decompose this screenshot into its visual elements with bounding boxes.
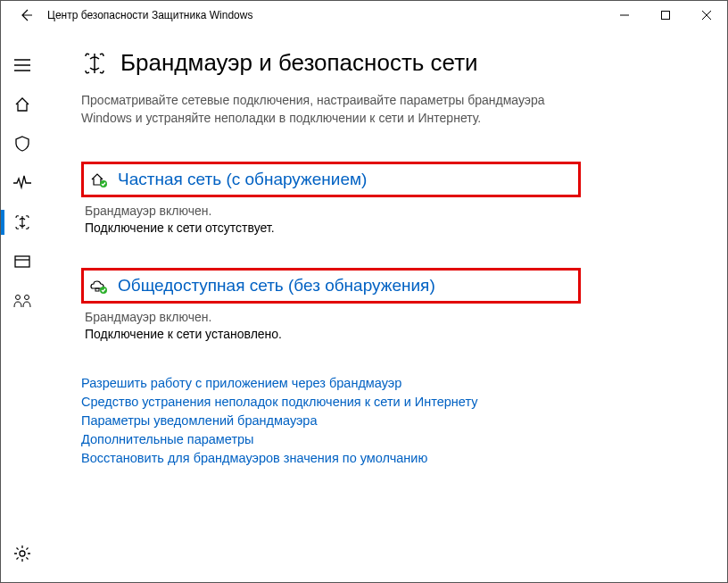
nav-home[interactable]: [1, 85, 44, 124]
private-network-section: Частная сеть (с обнаружением) Брандмауэр…: [81, 162, 581, 237]
menu-button[interactable]: [1, 46, 44, 85]
svg-rect-2: [15, 256, 29, 267]
firewall-icon: [81, 51, 108, 76]
link-advanced[interactable]: Дополнительные параметры: [81, 430, 545, 449]
svg-rect-8: [95, 288, 99, 291]
public-network-link[interactable]: Общедоступная сеть (без обнаружения): [81, 268, 581, 304]
page-title: Брандмауэр и безопасность сети: [120, 49, 478, 77]
public-network-section: Общедоступная сеть (без обнаружения) Бра…: [81, 268, 581, 344]
nav-app-control[interactable]: [1, 242, 44, 281]
back-button[interactable]: [8, 1, 44, 29]
public-network-icon: [89, 277, 109, 295]
public-network-title: Общедоступная сеть (без обнаружения): [118, 276, 435, 296]
settings-button[interactable]: [1, 534, 44, 573]
private-connection-status: Подключение к сети отсутствует.: [85, 220, 581, 237]
related-links: Разрешить работу с приложением через бра…: [81, 374, 545, 468]
close-button[interactable]: [686, 1, 727, 29]
link-troubleshoot[interactable]: Средство устранения неполадок подключени…: [81, 393, 545, 412]
sidebar: [1, 29, 44, 582]
svg-point-6: [20, 551, 25, 556]
svg-rect-1: [662, 12, 670, 20]
private-network-title: Частная сеть (с обнаружением): [118, 170, 367, 189]
link-allow-app[interactable]: Разрешить работу с приложением через бра…: [81, 374, 545, 393]
nav-firewall[interactable]: [1, 203, 44, 242]
public-firewall-status: Брандмауэр включен.: [85, 309, 581, 327]
private-network-icon: [89, 171, 109, 188]
public-connection-status: Подключение к сети установлено.: [85, 326, 581, 344]
private-firewall-status: Брандмауэр включен.: [85, 203, 581, 221]
link-restore-defaults[interactable]: Восстановить для брандмауэров значения п…: [81, 449, 545, 468]
private-network-link[interactable]: Частная сеть (с обнаружением): [81, 162, 581, 197]
link-notifications[interactable]: Параметры уведомлений брандмауэра: [81, 412, 545, 430]
nav-health[interactable]: [1, 163, 44, 203]
window-controls: [604, 1, 727, 29]
minimize-button[interactable]: [604, 1, 645, 29]
main-content: Брандмауэр и безопасность сети Просматри…: [44, 29, 727, 582]
page-description: Просматривайте сетевые подключения, наст…: [81, 91, 545, 128]
nav-protection[interactable]: [1, 124, 44, 163]
svg-point-4: [16, 296, 21, 300]
window-title: Центр безопасности Защитника Windows: [44, 9, 252, 21]
svg-point-5: [25, 296, 29, 300]
maximize-button[interactable]: [645, 1, 686, 29]
nav-family[interactable]: [1, 281, 44, 321]
